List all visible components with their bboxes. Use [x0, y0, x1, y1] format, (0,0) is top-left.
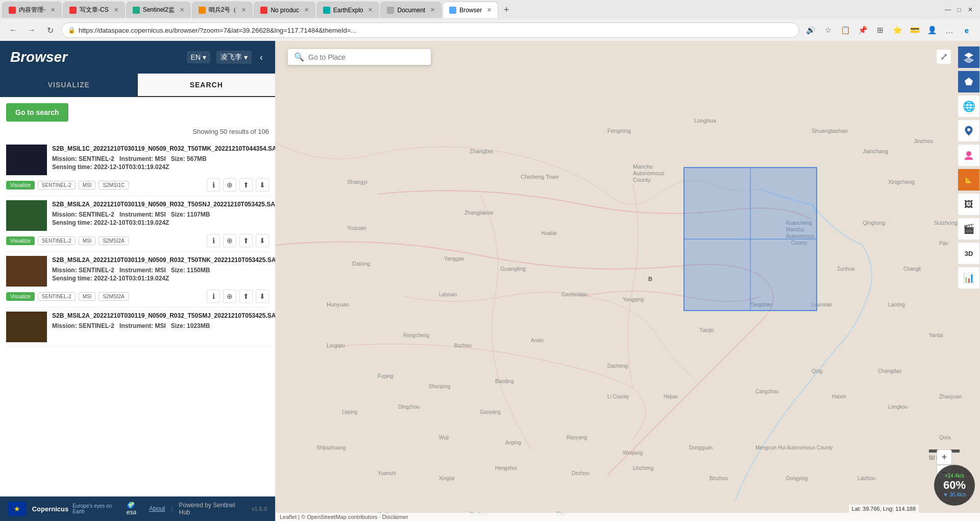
copernicus-tagline: Europe's eyes on Earth: [72, 503, 122, 514]
new-tab-button[interactable]: +: [499, 3, 513, 17]
tab-close-5[interactable]: ✕: [304, 7, 309, 13]
sidebar-content: Go to search Showing 50 results of 106 S…: [0, 97, 275, 496]
svg-text:B: B: [648, 276, 652, 282]
wallet-icon[interactable]: 💳: [908, 23, 922, 37]
chart-button[interactable]: 📊: [958, 267, 980, 289]
language-selector[interactable]: EN ▾: [187, 51, 210, 63]
info-icon-3[interactable]: ℹ: [207, 290, 220, 303]
speed-down-label: ▼ 30.4k/s: [943, 492, 966, 498]
profile-icon[interactable]: 👤: [925, 23, 939, 37]
download-icon-2[interactable]: ⬇: [256, 234, 269, 247]
tab-8[interactable]: Browser ✕: [443, 2, 498, 18]
tab-2[interactable]: 写文章-CS ✕: [63, 2, 125, 18]
collections-icon[interactable]: 📋: [838, 23, 852, 37]
minimize-button[interactable]: —: [944, 6, 951, 13]
sidebar-controls: EN ▾ 凌飞李 ▾ ‹: [187, 50, 265, 65]
svg-text:Yuanshi: Yuanshi: [378, 470, 396, 476]
layers-button[interactable]: [958, 46, 980, 68]
svg-text:Changdao: Changdao: [878, 368, 902, 374]
profile-button[interactable]: [958, 144, 980, 167]
map-area[interactable]: Zhangbei Fengning Longhua Shuangtashan J…: [276, 41, 980, 521]
app-logo: Browser: [10, 49, 67, 65]
svg-text:Yongqing: Yongqing: [623, 297, 644, 302]
favorites-icon[interactable]: ⭐: [890, 23, 904, 37]
svg-text:Dongguan: Dongguan: [689, 445, 713, 451]
tab-7[interactable]: Document ✕: [380, 2, 442, 18]
target-icon-1[interactable]: ⊕: [223, 178, 236, 192]
window-controls: — □ ✕: [944, 6, 978, 13]
result-actions-3: ℹ ⊕ ⬆ ⬇: [207, 290, 269, 303]
url-box[interactable]: 🔒 https://dataspace.copernicus.eu/browse…: [61, 22, 799, 38]
location-button[interactable]: [958, 120, 980, 142]
share-icon-1[interactable]: ⬆: [239, 178, 253, 192]
tab-3[interactable]: Sentinel2监 ✕: [126, 2, 191, 18]
svg-text:Fengning: Fengning: [607, 128, 631, 134]
sidebar-tabs: VISUALIZE SEARCH: [0, 74, 275, 97]
visualize-tag-2[interactable]: Visualize: [6, 236, 35, 245]
result-item-2: S2B_MSIL2A_20221210T030119_N0509_R032_T5…: [6, 196, 269, 252]
bookmark-icon[interactable]: ☆: [821, 23, 835, 37]
user-menu[interactable]: 凌飞李 ▾: [216, 51, 252, 64]
3d-button[interactable]: 3D: [958, 242, 980, 265]
result-item: S2B_MSIL1C_20221210T030119_N0509_R032_T5…: [6, 140, 269, 196]
forward-button[interactable]: →: [24, 23, 39, 37]
download-icon-3[interactable]: ⬇: [256, 290, 269, 303]
svg-text:Hunyuan: Hunyuan: [327, 301, 349, 307]
size-1: 567MB: [187, 155, 207, 162]
fullscreen-button[interactable]: ⤢: [936, 49, 951, 64]
tab-visualize[interactable]: VISUALIZE: [0, 74, 138, 97]
size-4: 1023MB: [187, 322, 210, 329]
download-icon-1[interactable]: ⬇: [256, 178, 269, 192]
collapse-sidebar-button[interactable]: ‹: [258, 50, 265, 65]
reload-button[interactable]: ↻: [43, 23, 57, 37]
read-aloud-icon[interactable]: 🔊: [803, 23, 818, 37]
zoom-in-button[interactable]: +: [937, 449, 952, 465]
extensions-icon[interactable]: …: [942, 23, 957, 37]
video-button[interactable]: 🎬: [958, 218, 980, 240]
svg-text:Binzhou: Binzhou: [709, 476, 728, 481]
svg-text:Pān: Pān: [939, 241, 948, 246]
map-search-input[interactable]: [308, 53, 425, 61]
tab-close-1[interactable]: ✕: [51, 7, 55, 13]
svg-point-90: [966, 151, 971, 156]
share-icon-3[interactable]: ⬆: [239, 290, 253, 303]
tab-1[interactable]: 内容管理- ✕: [2, 2, 62, 18]
globe-button[interactable]: 🌐: [958, 95, 980, 117]
target-icon-3[interactable]: ⊕: [223, 290, 236, 303]
close-button[interactable]: ✕: [967, 6, 974, 13]
result-info-1: S2B_MSIL1C_20221210T030119_N0509_R032_T5…: [52, 145, 275, 172]
svg-text:Zunhua: Zunhua: [837, 266, 854, 272]
svg-text:Haixin: Haixin: [832, 394, 846, 399]
share-icon-2[interactable]: ⬆: [239, 234, 253, 247]
user-chevron-icon: ▾: [244, 53, 248, 61]
svg-marker-86: [964, 53, 973, 58]
target-icon-2[interactable]: ⊕: [223, 234, 236, 247]
tab-close-8[interactable]: ✕: [487, 7, 492, 13]
edge-icon[interactable]: e: [960, 23, 974, 37]
tab-5[interactable]: No produc ✕: [254, 2, 315, 18]
tab-6[interactable]: EarthExplo ✕: [316, 2, 380, 18]
maximize-button[interactable]: □: [955, 6, 963, 13]
info-icon-1[interactable]: ℹ: [207, 178, 220, 192]
measure-button[interactable]: 📐: [958, 169, 980, 191]
result-meta-4: Mission: SENTINEL-2 Instrument: MSI Size…: [52, 322, 275, 329]
tab-close-7[interactable]: ✕: [430, 7, 435, 13]
tab-close-3[interactable]: ✕: [180, 7, 184, 13]
tab-close-6[interactable]: ✕: [368, 7, 373, 13]
about-link[interactable]: About: [149, 505, 165, 512]
visualize-tag-1[interactable]: Visualize: [6, 181, 35, 190]
visualize-tag-3[interactable]: Visualize: [6, 292, 35, 301]
pin-tab-icon[interactable]: 📌: [855, 23, 870, 37]
svg-text:Changli: Changli: [903, 266, 921, 272]
go-to-search-button[interactable]: Go to search: [6, 103, 68, 122]
info-icon-2[interactable]: ℹ: [207, 234, 220, 247]
split-view-icon[interactable]: ⊞: [873, 23, 887, 37]
image-button[interactable]: 🖼: [958, 193, 980, 216]
tab-close-4[interactable]: ✕: [241, 7, 246, 13]
tab-close-2[interactable]: ✕: [114, 7, 118, 13]
pentagon-button[interactable]: [958, 70, 980, 93]
back-button[interactable]: ←: [6, 23, 20, 37]
tab-4[interactable]: 哨兵2号（ ✕: [192, 2, 253, 18]
result-top-4: S2B_MSIL2A_20221210T030119_N0509_R032_T5…: [6, 312, 269, 342]
tab-search[interactable]: SEARCH: [138, 74, 276, 97]
